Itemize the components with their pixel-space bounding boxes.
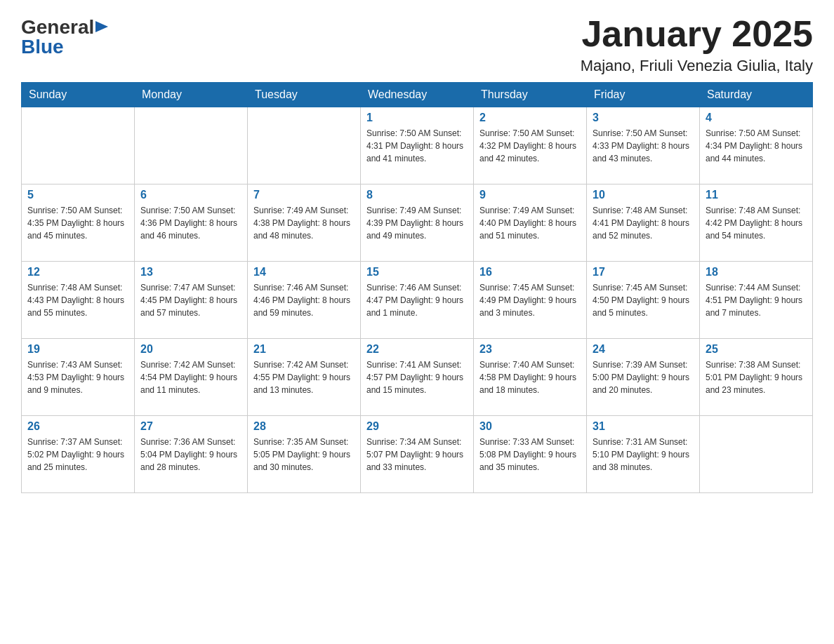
day-number: 23	[479, 343, 581, 356]
day-number: 17	[593, 266, 694, 279]
day-info: Sunrise: 7:33 AM Sunset: 5:08 PM Dayligh…	[479, 436, 581, 474]
day-info: Sunrise: 7:48 AM Sunset: 4:41 PM Dayligh…	[593, 204, 694, 242]
calendar-cell	[700, 416, 813, 493]
logo-general: General	[21, 18, 94, 37]
calendar-cell: 30Sunrise: 7:33 AM Sunset: 5:08 PM Dayli…	[474, 416, 587, 493]
calendar-cell: 2Sunrise: 7:50 AM Sunset: 4:32 PM Daylig…	[474, 107, 587, 185]
day-number: 1	[366, 112, 468, 124]
day-number: 18	[706, 266, 807, 279]
day-number: 4	[706, 112, 807, 124]
calendar-week-row: 19Sunrise: 7:43 AM Sunset: 4:53 PM Dayli…	[22, 339, 813, 416]
calendar-cell: 15Sunrise: 7:46 AM Sunset: 4:47 PM Dayli…	[361, 262, 474, 339]
calendar-cell: 25Sunrise: 7:38 AM Sunset: 5:01 PM Dayli…	[700, 339, 813, 416]
col-header-sunday: Sunday	[22, 83, 135, 107]
calendar-cell: 11Sunrise: 7:48 AM Sunset: 4:42 PM Dayli…	[700, 185, 813, 262]
calendar-cell: 14Sunrise: 7:46 AM Sunset: 4:46 PM Dayli…	[248, 262, 361, 339]
day-number: 31	[593, 420, 694, 433]
calendar-cell: 27Sunrise: 7:36 AM Sunset: 5:04 PM Dayli…	[135, 416, 248, 493]
calendar-cell: 13Sunrise: 7:47 AM Sunset: 4:45 PM Dayli…	[135, 262, 248, 339]
day-number: 22	[366, 343, 468, 356]
day-info: Sunrise: 7:39 AM Sunset: 5:00 PM Dayligh…	[593, 358, 694, 396]
day-info: Sunrise: 7:49 AM Sunset: 4:38 PM Dayligh…	[253, 204, 355, 242]
calendar-cell: 7Sunrise: 7:49 AM Sunset: 4:38 PM Daylig…	[248, 185, 361, 262]
day-info: Sunrise: 7:47 AM Sunset: 4:45 PM Dayligh…	[140, 281, 241, 319]
col-header-tuesday: Tuesday	[248, 83, 361, 107]
day-number: 26	[27, 420, 128, 433]
day-number: 19	[27, 343, 128, 356]
day-number: 30	[479, 420, 581, 433]
col-header-thursday: Thursday	[474, 83, 587, 107]
day-info: Sunrise: 7:40 AM Sunset: 4:58 PM Dayligh…	[479, 358, 581, 396]
day-number: 2	[479, 112, 581, 124]
calendar-cell: 12Sunrise: 7:48 AM Sunset: 4:43 PM Dayli…	[22, 262, 135, 339]
calendar-header-row: SundayMondayTuesdayWednesdayThursdayFrid…	[22, 83, 813, 107]
day-number: 8	[366, 189, 468, 201]
calendar-cell: 18Sunrise: 7:44 AM Sunset: 4:51 PM Dayli…	[700, 262, 813, 339]
day-info: Sunrise: 7:37 AM Sunset: 5:02 PM Dayligh…	[27, 436, 128, 474]
calendar-cell: 31Sunrise: 7:31 AM Sunset: 5:10 PM Dayli…	[587, 416, 700, 493]
calendar-cell: 1Sunrise: 7:50 AM Sunset: 4:31 PM Daylig…	[361, 107, 474, 185]
col-header-monday: Monday	[135, 83, 248, 107]
day-number: 21	[253, 343, 355, 356]
calendar-cell: 28Sunrise: 7:35 AM Sunset: 5:05 PM Dayli…	[248, 416, 361, 493]
calendar-cell: 6Sunrise: 7:50 AM Sunset: 4:36 PM Daylig…	[135, 185, 248, 262]
day-info: Sunrise: 7:38 AM Sunset: 5:01 PM Dayligh…	[706, 358, 807, 396]
calendar-week-row: 1Sunrise: 7:50 AM Sunset: 4:31 PM Daylig…	[22, 107, 813, 185]
day-number: 24	[593, 343, 694, 356]
day-number: 27	[140, 420, 241, 433]
calendar-cell: 5Sunrise: 7:50 AM Sunset: 4:35 PM Daylig…	[22, 185, 135, 262]
day-number: 20	[140, 343, 241, 356]
day-number: 28	[253, 420, 355, 433]
day-info: Sunrise: 7:43 AM Sunset: 4:53 PM Dayligh…	[27, 358, 128, 396]
day-info: Sunrise: 7:42 AM Sunset: 4:55 PM Dayligh…	[253, 358, 355, 396]
day-number: 15	[366, 266, 468, 279]
day-info: Sunrise: 7:50 AM Sunset: 4:34 PM Dayligh…	[706, 127, 807, 165]
day-info: Sunrise: 7:48 AM Sunset: 4:42 PM Dayligh…	[706, 204, 807, 242]
logo-triangle-icon	[95, 21, 108, 32]
logo-blue: Blue	[21, 37, 64, 57]
calendar-cell	[135, 107, 248, 185]
day-info: Sunrise: 7:46 AM Sunset: 4:46 PM Dayligh…	[253, 281, 355, 319]
day-number: 29	[366, 420, 468, 433]
day-info: Sunrise: 7:50 AM Sunset: 4:31 PM Dayligh…	[366, 127, 468, 165]
calendar-week-row: 5Sunrise: 7:50 AM Sunset: 4:35 PM Daylig…	[22, 185, 813, 262]
calendar-cell: 21Sunrise: 7:42 AM Sunset: 4:55 PM Dayli…	[248, 339, 361, 416]
page-header: General Blue January 2025 Majano, Friuli…	[21, 14, 813, 75]
calendar-week-row: 12Sunrise: 7:48 AM Sunset: 4:43 PM Dayli…	[22, 262, 813, 339]
day-number: 5	[27, 189, 128, 201]
day-info: Sunrise: 7:41 AM Sunset: 4:57 PM Dayligh…	[366, 358, 468, 396]
day-number: 11	[706, 189, 807, 201]
day-number: 13	[140, 266, 241, 279]
calendar-cell: 4Sunrise: 7:50 AM Sunset: 4:34 PM Daylig…	[700, 107, 813, 185]
day-number: 16	[479, 266, 581, 279]
month-title: January 2025	[581, 14, 813, 54]
calendar-week-row: 26Sunrise: 7:37 AM Sunset: 5:02 PM Dayli…	[22, 416, 813, 493]
day-info: Sunrise: 7:49 AM Sunset: 4:39 PM Dayligh…	[366, 204, 468, 242]
day-info: Sunrise: 7:49 AM Sunset: 4:40 PM Dayligh…	[479, 204, 581, 242]
day-number: 3	[593, 112, 694, 124]
calendar-cell	[248, 107, 361, 185]
calendar-cell: 16Sunrise: 7:45 AM Sunset: 4:49 PM Dayli…	[474, 262, 587, 339]
svg-marker-0	[95, 21, 108, 32]
day-info: Sunrise: 7:50 AM Sunset: 4:36 PM Dayligh…	[140, 204, 241, 242]
day-number: 12	[27, 266, 128, 279]
calendar-cell: 3Sunrise: 7:50 AM Sunset: 4:33 PM Daylig…	[587, 107, 700, 185]
calendar-cell: 24Sunrise: 7:39 AM Sunset: 5:00 PM Dayli…	[587, 339, 700, 416]
day-info: Sunrise: 7:44 AM Sunset: 4:51 PM Dayligh…	[706, 281, 807, 319]
title-section: January 2025 Majano, Friuli Venezia Giul…	[581, 14, 813, 75]
day-info: Sunrise: 7:48 AM Sunset: 4:43 PM Dayligh…	[27, 281, 128, 319]
calendar-cell: 26Sunrise: 7:37 AM Sunset: 5:02 PM Dayli…	[22, 416, 135, 493]
day-info: Sunrise: 7:35 AM Sunset: 5:05 PM Dayligh…	[253, 436, 355, 474]
col-header-wednesday: Wednesday	[361, 83, 474, 107]
day-info: Sunrise: 7:31 AM Sunset: 5:10 PM Dayligh…	[593, 436, 694, 474]
day-info: Sunrise: 7:36 AM Sunset: 5:04 PM Dayligh…	[140, 436, 241, 474]
day-number: 10	[593, 189, 694, 201]
day-info: Sunrise: 7:34 AM Sunset: 5:07 PM Dayligh…	[366, 436, 468, 474]
day-number: 14	[253, 266, 355, 279]
calendar-cell: 29Sunrise: 7:34 AM Sunset: 5:07 PM Dayli…	[361, 416, 474, 493]
calendar-cell: 23Sunrise: 7:40 AM Sunset: 4:58 PM Dayli…	[474, 339, 587, 416]
day-info: Sunrise: 7:45 AM Sunset: 4:50 PM Dayligh…	[593, 281, 694, 319]
logo: General Blue	[21, 14, 108, 57]
location-title: Majano, Friuli Venezia Giulia, Italy	[581, 57, 813, 75]
calendar-table: SundayMondayTuesdayWednesdayThursdayFrid…	[21, 82, 813, 493]
